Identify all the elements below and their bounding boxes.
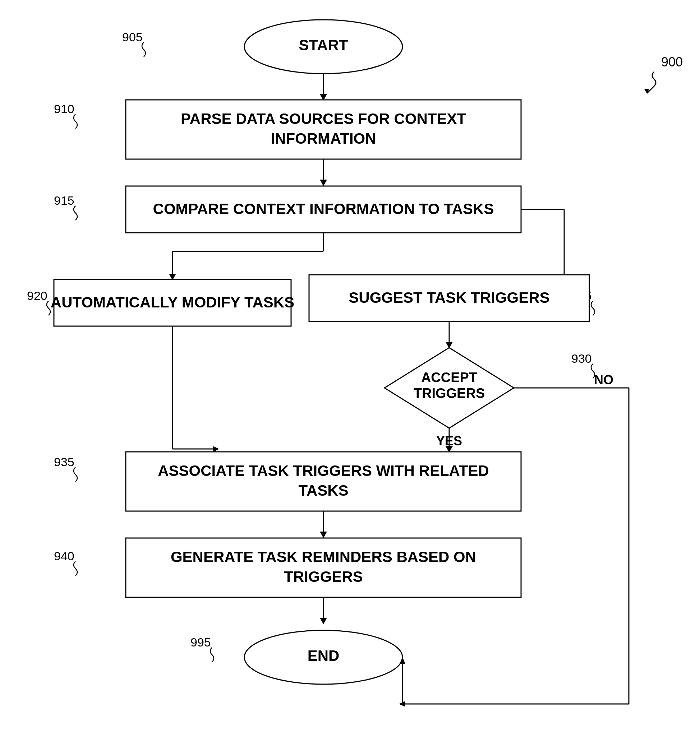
ref-940: 940 bbox=[54, 549, 74, 563]
ref-910: 910 bbox=[54, 102, 74, 116]
accept-label-line2: TRIGGERS bbox=[413, 386, 485, 401]
generate-label-line1: GENERATE TASK REMINDERS BASED ON bbox=[171, 548, 476, 565]
parse-label-line1: PARSE DATA SOURCES FOR CONTEXT bbox=[181, 110, 466, 127]
parse-label-line2: INFORMATION bbox=[271, 130, 376, 147]
svg-marker-33 bbox=[320, 531, 327, 538]
figure-ref: 900 bbox=[661, 54, 683, 69]
svg-marker-6 bbox=[320, 179, 327, 186]
ref-995: 995 bbox=[190, 635, 211, 649]
end-label: END bbox=[307, 647, 340, 664]
ref-930: 930 bbox=[571, 352, 592, 365]
svg-rect-31 bbox=[126, 452, 521, 511]
compare-label: COMPARE CONTEXT INFORMATION TO TASKS bbox=[153, 200, 494, 217]
svg-rect-4 bbox=[126, 100, 521, 159]
ref-920: 920 bbox=[27, 289, 47, 302]
flowchart-diagram: 900 905 START 910 PARSE DATA SOURCES FOR… bbox=[0, 0, 700, 737]
no-label: NO bbox=[594, 373, 613, 387]
generate-label-line2: TRIGGERS bbox=[284, 568, 363, 585]
associate-label-line1: ASSOCIATE TASK TRIGGERS WITH RELATED bbox=[158, 462, 489, 479]
suggest-label: SUGGEST TASK TRIGGERS bbox=[349, 289, 549, 306]
ref-935: 935 bbox=[54, 455, 74, 469]
svg-rect-34 bbox=[126, 538, 521, 597]
ref-915: 915 bbox=[54, 194, 74, 207]
svg-marker-36 bbox=[320, 618, 327, 624]
associate-label-line2: TASKS bbox=[298, 482, 348, 499]
ref-905: 905 bbox=[122, 30, 143, 44]
accept-label-line1: ACCEPT bbox=[421, 370, 477, 385]
auto-modify-label: AUTOMATICALLY MODIFY TASKS bbox=[51, 294, 294, 311]
start-label: START bbox=[299, 37, 348, 53]
